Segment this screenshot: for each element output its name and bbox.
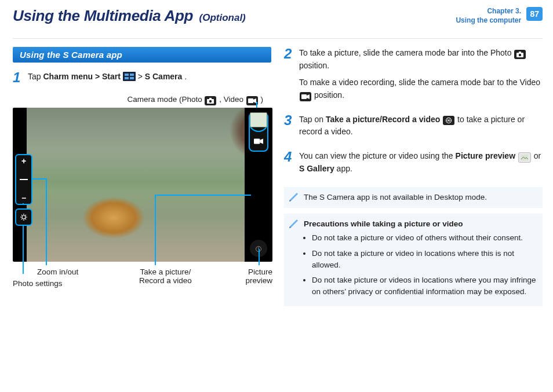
svg-rect-1 [209, 98, 212, 100]
step-number: 2 [284, 47, 294, 107]
svg-rect-16 [301, 94, 307, 99]
page-header: Using the Multimedia App (Optional) Chap… [13, 7, 543, 35]
camera-icon [205, 96, 216, 105]
video-icon [254, 138, 263, 145]
zoom-out-icon[interactable]: − [18, 192, 30, 204]
step-number: 3 [284, 113, 294, 143]
leader-line [46, 178, 47, 265]
svg-point-15 [519, 54, 521, 56]
note-item: Do not take picture or videos in locatio… [312, 274, 537, 298]
note-item: Do not take a picture or video in locati… [312, 248, 537, 272]
caption-preview: Picture preview [245, 268, 272, 285]
svg-rect-19 [521, 155, 528, 160]
zoom-control[interactable]: + − [15, 154, 32, 205]
note-precautions: Precautions while taking a picture or vi… [284, 214, 543, 306]
note-text: The S Camera app is not available in Des… [304, 193, 487, 202]
leader-line [32, 178, 46, 179]
chapter-line1: Chapter 3. [487, 7, 521, 15]
page: Using the Multimedia App (Optional) Chap… [0, 0, 553, 312]
zoom-in-icon[interactable]: + [18, 155, 30, 167]
leader-anchor [23, 203, 24, 204]
video-icon [300, 92, 311, 101]
caption-zoom: Zoom in/out [37, 268, 78, 276]
svg-rect-9 [254, 138, 260, 144]
step-2: 2 To take a picture, slide the camera mo… [284, 47, 543, 107]
leader-line [155, 195, 251, 196]
page-number: 87 [526, 7, 543, 21]
note-icon [289, 192, 299, 202]
caption-photo-settings: Photo settings [13, 279, 63, 288]
note-icon [289, 218, 299, 229]
svg-point-5 [22, 215, 26, 219]
svg-marker-4 [253, 98, 256, 103]
leader-line [155, 195, 156, 265]
svg-rect-3 [248, 98, 253, 103]
section-heading: Using the S Camera app [13, 47, 271, 63]
picture-preview-icon [518, 152, 531, 163]
leader-line [259, 249, 260, 265]
page-title-suffix: (Optional) [199, 12, 246, 23]
shutter-icon [443, 116, 454, 125]
step-4: 4 You can view the picture or video usin… [284, 150, 543, 180]
figure-captions: Zoom in/out Photo settings Take a pictur… [13, 265, 272, 296]
right-column: 2 To take a picture, slide the camera mo… [284, 47, 543, 312]
page-title: Using the Multimedia App [13, 7, 193, 24]
step-number: 4 [284, 150, 294, 180]
step-3: 3 Tap on Take a picture/Record a video t… [284, 113, 543, 143]
camera-icon [514, 50, 526, 59]
chapter-line2: Using the computer [456, 16, 521, 24]
start-tile-icon [123, 72, 136, 81]
photo-settings-button[interactable] [15, 208, 32, 226]
content-columns: Using the S Camera app 1 Tap Charm menu … [13, 47, 543, 312]
camera-mode-label: Camera mode (Photo , Video ) [13, 95, 263, 105]
picture-preview-thumb[interactable] [250, 112, 267, 127]
step-1: 1 Tap Charm menu > Start > S Camera . [13, 71, 271, 88]
right-control-rail [248, 112, 269, 257]
left-column: Using the S Camera app 1 Tap Charm menu … [13, 47, 271, 312]
note-item: Do not take a picture or video of others… [312, 232, 537, 244]
note-desktop-mode: The S Camera app is not available in Des… [284, 187, 543, 208]
step-body: Tap Charm menu > Start > S Camera . [28, 71, 271, 88]
scene-photo [27, 108, 245, 262]
svg-rect-14 [519, 52, 521, 53]
note-list: Do not take a picture or video of others… [304, 232, 537, 298]
svg-marker-10 [260, 138, 263, 144]
zoom-separator [20, 179, 28, 180]
camera-viewport: + − [13, 108, 272, 262]
step-number: 1 [13, 71, 23, 88]
chapter-info: Chapter 3. Using the computer 87 [456, 7, 543, 25]
svg-marker-17 [307, 94, 310, 99]
header-divider [13, 38, 543, 39]
camera-screenshot: + − [13, 108, 272, 296]
note-title: Precautions while taking a picture or vi… [304, 219, 463, 228]
caption-take: Take a picture/ Record a video [139, 268, 192, 285]
svg-point-2 [209, 100, 212, 102]
